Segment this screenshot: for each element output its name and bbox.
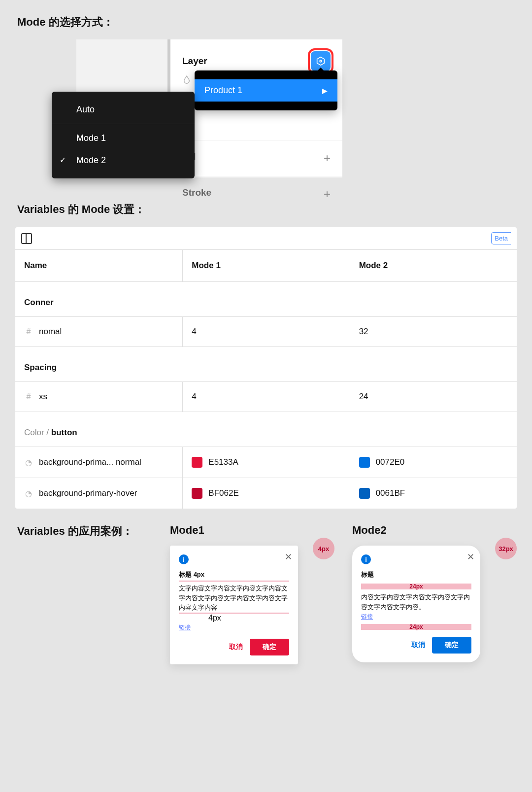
- check-icon: ✓: [60, 155, 66, 165]
- col-mode2: Mode 2: [350, 250, 517, 282]
- mode-item-mode2[interactable]: ✓ Mode 2: [52, 149, 195, 172]
- card-body: 内容文字内容文字内容文字内容文字内容文字内容文字内容。: [361, 592, 471, 612]
- close-icon[interactable]: ✕: [467, 551, 474, 562]
- table-row[interactable]: ◔background-primary-hover BF062E 0061BF: [15, 478, 517, 509]
- table-header: Name Mode 1 Mode 2: [15, 250, 517, 282]
- palette-icon: ◔: [24, 489, 33, 498]
- group-color-button: Color / button: [15, 412, 517, 447]
- color-swatch: [192, 488, 202, 499]
- info-icon: i: [361, 554, 371, 564]
- mode-picker-screenshot: Layer Fill + Stroke + Product 1 ▶ Auto M…: [79, 39, 419, 187]
- collection-dropdown: Product 1 ▶: [195, 70, 337, 110]
- spacing-annotation: 24px: [361, 584, 471, 589]
- example-label-mode2: Mode2: [352, 524, 515, 537]
- svg-point-1: [320, 60, 322, 62]
- opacity-icon: [182, 75, 191, 86]
- group-conner: Conner: [15, 282, 517, 317]
- mode-item-auto[interactable]: Auto: [52, 99, 195, 121]
- info-icon: i: [179, 554, 189, 564]
- collection-item-product1[interactable]: Product 1 ▶: [195, 79, 337, 102]
- table-row[interactable]: ◔background-prima... normal E5133A 0072E…: [15, 447, 517, 478]
- table-row[interactable]: #nomal 4 32: [15, 317, 517, 347]
- mode-dropdown: Auto Mode 1 ✓ Mode 2: [52, 92, 195, 178]
- color-swatch: [192, 457, 202, 468]
- palette-icon: ◔: [24, 458, 33, 467]
- variables-table: Beta Name Mode 1 Mode 2 Conner #nomal 4 …: [15, 227, 517, 509]
- card-title: 标题: [361, 570, 471, 581]
- card-link[interactable]: 链接: [361, 613, 373, 620]
- variables-toolbar: Beta: [15, 227, 517, 250]
- col-name: Name: [15, 250, 182, 282]
- layer-label: Layer: [182, 56, 207, 67]
- heading-vars-examples: Variables 的应用案例：: [17, 524, 150, 539]
- hexagon-icon: [315, 56, 326, 67]
- table-row[interactable]: #xs 4 24: [15, 382, 517, 412]
- corner-annotation: 4px: [313, 538, 334, 559]
- spacing-annotation: 4px: [208, 614, 221, 622]
- color-swatch: [359, 488, 370, 499]
- confirm-button[interactable]: 确定: [432, 637, 471, 654]
- group-spacing: Spacing: [15, 347, 517, 382]
- color-swatch: [359, 457, 370, 468]
- card-link[interactable]: 链接: [179, 624, 191, 631]
- stroke-label: Stroke: [182, 187, 211, 201]
- example-mode2: Mode2 32px ✕ i 标题 24px 内容文字内容文字内容文字内容文字内…: [352, 524, 515, 662]
- spacing-annotation: 24px: [361, 624, 471, 630]
- heading-mode-select: Mode 的选择方式：: [17, 15, 532, 30]
- card-title: 标题 4px: [179, 570, 289, 582]
- svg-marker-0: [317, 57, 325, 66]
- fill-section[interactable]: Fill +: [170, 140, 342, 176]
- number-icon: #: [24, 392, 33, 401]
- dialog-card: ✕ i 标题 24px 内容文字内容文字内容文字内容文字内容文字内容文字内容。 …: [352, 546, 480, 662]
- number-icon: #: [24, 327, 33, 336]
- example-label-mode1: Mode1: [170, 524, 332, 537]
- example-mode1: Mode1 4px ✕ i 标题 4px 文字内容文字内容文字内容文字内容文字内…: [170, 524, 332, 664]
- spacing-annotation: 4px: [194, 571, 204, 578]
- col-mode1: Mode 1: [182, 250, 349, 282]
- mode-item-mode1[interactable]: Mode 1: [52, 127, 195, 149]
- corner-annotation: 32px: [495, 538, 517, 559]
- sidebar-toggle-icon[interactable]: [21, 233, 32, 244]
- beta-badge: Beta: [491, 232, 511, 244]
- close-icon[interactable]: ✕: [285, 551, 292, 562]
- stroke-section[interactable]: Stroke +: [170, 176, 342, 212]
- cancel-button[interactable]: 取消: [229, 643, 243, 652]
- card-body: 文字内容文字内容文字内容文字内容文字内容文字内容文字内容文字内容文字内容文字内容: [179, 584, 289, 613]
- plus-icon[interactable]: +: [324, 187, 331, 201]
- plus-icon[interactable]: +: [324, 151, 331, 165]
- chevron-right-icon: ▶: [322, 87, 328, 95]
- confirm-button[interactable]: 确定: [250, 639, 289, 655]
- dialog-card: ✕ i 标题 4px 文字内容文字内容文字内容文字内容文字内容文字内容文字内容文…: [170, 546, 298, 664]
- cancel-button[interactable]: 取消: [411, 641, 425, 650]
